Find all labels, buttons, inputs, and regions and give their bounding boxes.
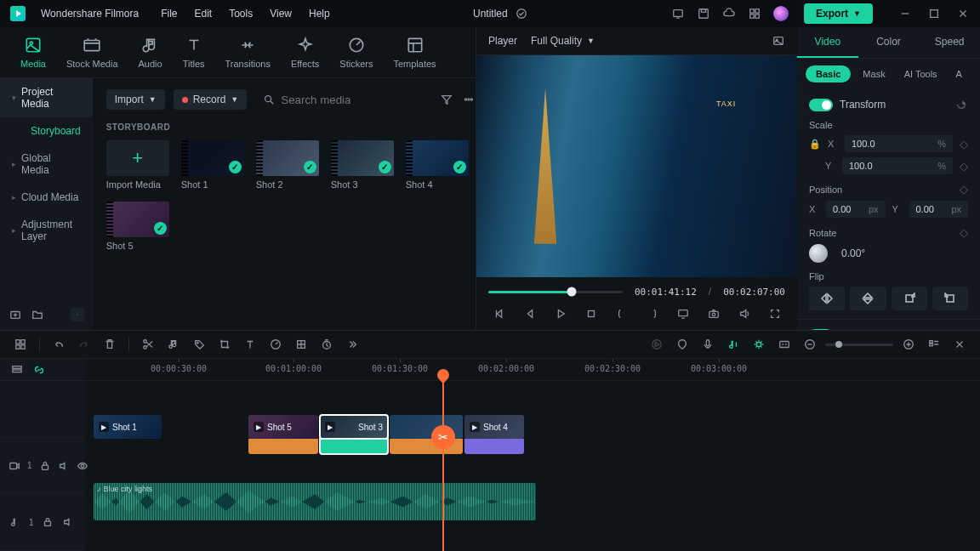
import-media-tile[interactable]: Import Media [106,140,169,190]
tab-titles[interactable]: Titles [183,36,205,69]
cloud-sync-icon[interactable] [515,7,528,20]
tab-video[interactable]: Video [797,27,858,58]
menu-tools[interactable]: Tools [229,8,253,20]
tab-transitions[interactable]: Transitions [225,36,271,69]
keyframe-icon[interactable]: ◇ [960,183,968,196]
shot-3[interactable]: Shot 3 [331,140,394,190]
scale-x-input[interactable]: 100.0% [845,135,953,152]
lock-track-icon[interactable] [39,459,51,473]
volume-icon[interactable] [737,306,752,321]
pos-x-input[interactable]: 0.00px [826,201,886,218]
camera-icon[interactable] [706,306,721,321]
color-icon[interactable] [294,338,308,351]
tab-stock-media[interactable]: Stock Media [66,36,118,69]
menu-edit[interactable]: Edit [195,8,213,20]
render-icon[interactable] [650,338,664,351]
timeline-ruler[interactable]: 00:00:30:00 00:01:00:00 00:01:30:00 00:0… [85,359,980,381]
tab-color[interactable]: Color [858,27,920,58]
mute-track-icon[interactable] [61,515,75,529]
scrub-handle[interactable] [567,287,576,297]
subtab-ai-tools[interactable]: AI Tools [897,65,944,82]
tab-audio[interactable]: Audio [139,36,162,69]
shot-1[interactable]: Shot 1 [181,140,244,190]
cloud-upload-icon[interactable] [722,7,736,20]
clip-shot-3[interactable]: ▶Shot 3 [320,415,388,439]
flip-horizontal-button[interactable] [809,287,845,310]
screen-icon[interactable] [671,7,685,20]
transform-toggle[interactable] [809,99,833,111]
sidebar-storyboard[interactable]: Storyboard [0,117,93,145]
keyframe-icon[interactable]: ◇ [960,160,968,173]
tab-media[interactable]: Media [20,36,46,69]
video-preview[interactable] [476,55,797,277]
caption-icon[interactable] [778,338,791,351]
more-icon[interactable] [462,93,476,106]
crop-icon[interactable] [218,338,231,351]
clip-shot-1[interactable]: ▶Shot 1 [94,415,162,439]
scrub-bar[interactable] [488,291,623,293]
compositing-toggle[interactable] [809,329,833,331]
ai-icon[interactable] [752,338,766,351]
new-bin-icon[interactable] [9,308,22,321]
grid-icon[interactable] [748,7,761,20]
text-icon[interactable] [243,338,257,351]
user-avatar[interactable] [773,6,789,21]
fullscreen-icon[interactable] [767,306,783,321]
record-button[interactable]: Record▼ [174,89,248,110]
playhead[interactable]: ✂ [442,381,444,551]
filter-icon[interactable] [440,93,453,106]
quality-select[interactable]: Full Quality▼ [531,35,595,47]
layout-icon[interactable] [14,338,27,351]
collapse-sidebar-icon[interactable] [71,308,84,321]
redo-icon[interactable] [77,338,91,351]
more-tools-icon[interactable] [345,338,359,351]
rotate-ccw-button[interactable] [932,287,968,310]
sidebar-global-media[interactable]: ▸Global Media [0,145,93,184]
speed-icon[interactable] [269,338,282,351]
audio-track-header[interactable]: 1 [0,494,85,551]
zoom-in-icon[interactable] [902,338,915,351]
search-input[interactable] [281,94,424,106]
beat-icon[interactable] [167,338,180,351]
clip-shot-4[interactable]: ▶Shot 4 [464,415,524,439]
sidebar-project-media[interactable]: ▾Project Media [0,78,93,117]
mark-in-icon[interactable] [614,306,630,321]
export-button[interactable]: Export ▼ [804,3,873,24]
sidebar-adjustment-layer[interactable]: ▸Adjustment Layer [0,211,93,250]
save-icon[interactable] [697,7,710,20]
undo-icon[interactable] [52,338,66,351]
play-backward-icon[interactable] [522,306,538,321]
flip-vertical-button[interactable] [850,287,886,310]
video-track-header[interactable]: 1 [0,438,85,495]
rotate-cw-button[interactable] [892,287,927,310]
audio-clip[interactable]: ♪Blue city lights [94,483,536,520]
split-icon[interactable] [141,338,155,351]
mark-out-icon[interactable] [645,306,660,321]
play-icon[interactable] [553,306,568,321]
zoom-out-icon[interactable] [803,338,817,351]
scissors-icon[interactable]: ✂ [431,425,455,449]
keyframe-icon[interactable]: ◇ [960,138,968,151]
marker-icon[interactable] [675,338,689,351]
import-button[interactable]: Import▼ [106,89,165,110]
shot-5[interactable]: Shot 5 [106,202,169,251]
menu-view[interactable]: View [270,8,292,20]
stop-icon[interactable] [584,306,599,321]
timeline-tracks[interactable]: 00:00:30:00 00:01:00:00 00:01:30:00 00:0… [85,359,980,551]
new-folder-icon[interactable] [31,308,44,321]
rotate-value[interactable]: 0.00° [841,247,865,259]
scale-y-input[interactable]: 100.0% [842,157,953,174]
clip-shot-5[interactable]: ▶Shot 5 [248,415,318,439]
menu-file[interactable]: File [161,8,177,20]
timer-icon[interactable] [320,338,333,351]
subtab-mask[interactable]: Mask [856,65,892,82]
shot-4[interactable]: Shot 4 [406,140,469,190]
shot-2[interactable]: Shot 2 [256,140,319,190]
snapshot-icon[interactable] [772,34,785,48]
tab-speed[interactable]: Speed [919,27,980,58]
reset-icon[interactable] [954,98,968,111]
maximize-icon[interactable] [927,7,941,20]
subtab-more[interactable]: A [949,65,969,82]
voiceover-icon[interactable] [701,338,715,351]
mute-track-icon[interactable] [58,459,70,473]
